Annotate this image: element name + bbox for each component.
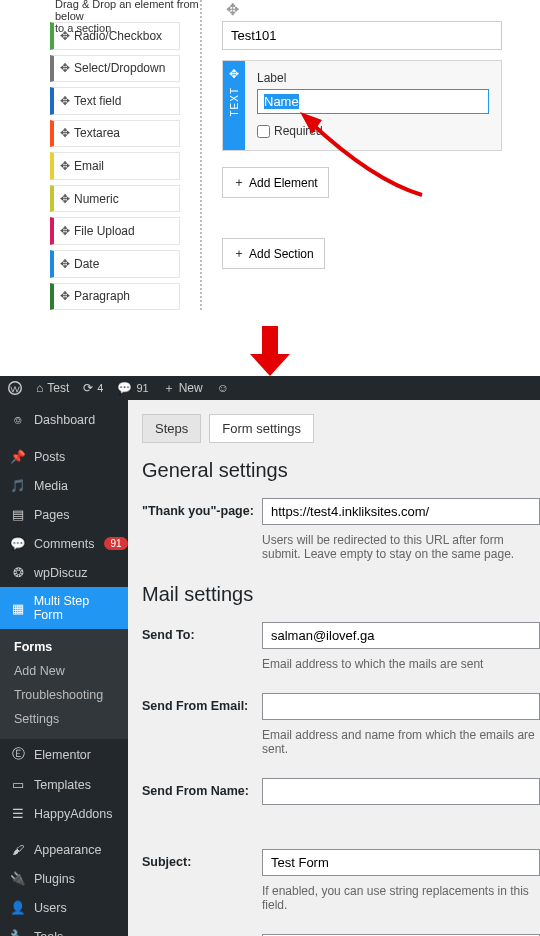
palette-block-select-dropdown[interactable]: ✥Select/Dropdown [50,55,180,83]
add-element-label: Add Element [249,176,318,190]
sendto-input[interactable] [262,622,540,649]
admin-bar-site-name: Test [47,381,69,395]
palette-block-file-upload[interactable]: ✥File Upload [50,217,180,245]
palette-block-label: Select/Dropdown [74,61,165,75]
move-icon: ✥ [60,159,70,173]
sendfromname-label: Send From Name: [142,778,262,798]
palette-block-text-field[interactable]: ✥Text field [50,87,180,115]
admin-bar-site[interactable]: ⌂ Test [36,381,69,395]
admin-bar-comments[interactable]: 💬 91 [117,381,148,395]
palette-block-date[interactable]: ✥Date [50,250,180,278]
refresh-icon: ⟳ [83,381,93,395]
wrench-icon: 🔧 [10,929,26,936]
annotation-down-arrow-icon [250,326,290,376]
tab-steps[interactable]: Steps [142,414,201,443]
palette-block-numeric[interactable]: ✥Numeric [50,185,180,213]
section-title-input[interactable] [222,21,502,50]
submenu-add-new[interactable]: Add New [0,659,128,683]
sendfromemail-input[interactable] [262,693,540,720]
wp-logo-icon[interactable] [8,381,22,395]
chat-icon: ❂ [10,565,26,580]
templates-icon: ▭ [10,777,26,792]
menu-media[interactable]: 🎵Media [0,471,128,500]
plug-icon: 🔌 [10,871,26,886]
sendto-help: Email address to which the mails are sen… [262,657,540,671]
admin-bar-new[interactable]: ＋ New [163,380,203,397]
tab-form-settings[interactable]: Form settings [209,414,314,443]
admin-bar-new-label: New [179,381,203,395]
settings-tabs: Steps Form settings [142,414,540,443]
page-icon: ▤ [10,507,26,522]
palette-block-textarea[interactable]: ✥Textarea [50,120,180,148]
admin-bar-update-count: 4 [97,382,103,394]
plus-icon: ＋ [233,174,245,191]
palette-block-label: Textarea [74,126,120,140]
move-icon: ✥ [229,67,239,81]
add-section-button[interactable]: ＋ Add Section [222,238,325,269]
move-icon[interactable]: ✥ [226,0,530,19]
user-icon: 👤 [10,900,26,915]
happyaddons-icon: ☰ [10,806,26,821]
builder-canvas: ✥ ✥ TEXT Label Required ＋ Add Element ＋ [222,0,540,310]
menu-plugins[interactable]: 🔌Plugins [0,864,128,893]
home-icon: ⌂ [36,381,43,395]
menu-pages[interactable]: ▤Pages [0,500,128,529]
submenu-troubleshooting[interactable]: Troubleshooting [0,683,128,707]
menu-happyaddons[interactable]: ☰HappyAddons [0,799,128,828]
move-icon: ✥ [60,224,70,238]
menu-multistepform[interactable]: ▦Multi Step Form [0,587,128,629]
field-drag-handle[interactable]: ✥ TEXT [223,61,245,150]
admin-bar-updates[interactable]: ⟳ 4 [83,381,103,395]
admin-bar-comment-count: 91 [136,382,148,394]
thankyou-label: "Thank you"-page: [142,498,262,518]
row-subject: Subject: If enabled, you can use string … [142,849,540,928]
form-builder-panel: Drag & Drop an element from below to a s… [0,0,540,320]
thankyou-input[interactable] [262,498,540,525]
required-checkbox[interactable] [257,125,270,138]
field-type-label: TEXT [229,87,240,117]
menu-appearance[interactable]: 🖌Appearance [0,836,128,864]
builder-hint-line1: Drag & Drop an element from below [55,0,199,22]
sendfromname-input[interactable] [262,778,540,805]
wp-content: Steps Form settings General settings "Th… [128,400,540,936]
elementor-icon: Ⓔ [10,746,26,763]
media-icon: 🎵 [10,478,26,493]
menu-templates[interactable]: ▭Templates [0,770,128,799]
subject-label: Subject: [142,849,262,869]
palette-block-label: Date [74,257,99,271]
field-label-caption: Label [257,71,489,85]
add-element-button[interactable]: ＋ Add Element [222,167,329,198]
menu-posts[interactable]: 📌Posts [0,442,128,471]
builder-hint-line2: to a section [55,22,111,34]
palette-block-label: Paragraph [74,289,130,303]
add-section-label: Add Section [249,247,314,261]
sendto-label: Send To: [142,622,262,642]
submenu-settings[interactable]: Settings [0,707,128,731]
menu-dashboard[interactable]: ⌾Dashboard [0,406,128,434]
form-icon: ▦ [10,601,26,616]
wp-sidebar: ⌾Dashboard 📌Posts 🎵Media ▤Pages 💬Comment… [0,400,128,936]
subject-input[interactable] [262,849,540,876]
plus-icon: ＋ [233,245,245,262]
menu-tools[interactable]: 🔧Tools [0,922,128,936]
pin-icon: 📌 [10,449,26,464]
heading-mail-settings: Mail settings [142,583,540,606]
row-send-from-name: Send From Name: [142,778,540,843]
menu-elementor[interactable]: ⒺElementor [0,739,128,770]
field-card-text: ✥ TEXT Label Required [222,60,502,151]
row-thankyou: "Thank you"-page: Users will be redirect… [142,498,540,577]
admin-bar-extra-icon[interactable]: ☺ [217,381,229,395]
move-icon: ✥ [60,61,70,75]
submenu-forms[interactable]: Forms [0,635,128,659]
palette-block-email[interactable]: ✥Email [50,152,180,180]
menu-users[interactable]: 👤Users [0,893,128,922]
menu-wpdiscuz[interactable]: ❂wpDiscuz [0,558,128,587]
builder-hint: Drag & Drop an element from below to a s… [55,0,205,34]
wp-admin: ⌂ Test ⟳ 4 💬 91 ＋ New ☺ ⌾Dashboard 📌Post… [0,376,540,936]
field-label-input[interactable] [257,89,489,114]
palette-block-paragraph[interactable]: ✥Paragraph [50,283,180,311]
palette-block-label: Email [74,159,104,173]
dashboard-icon: ⌾ [10,413,26,427]
palette-block-label: Text field [74,94,121,108]
menu-comments[interactable]: 💬Comments91 [0,529,128,558]
